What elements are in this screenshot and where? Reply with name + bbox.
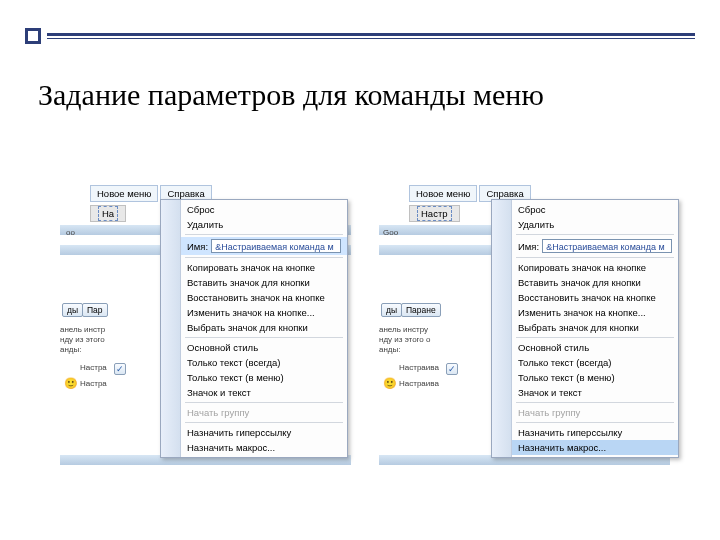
dotted-item-right[interactable]: Настр — [409, 205, 460, 222]
cm-copy-icon[interactable]: Копировать значок на кнопке — [512, 260, 678, 275]
cm-style-text-menu[interactable]: Только текст (в меню) — [181, 370, 347, 385]
cm-paste-icon[interactable]: Вставить значок для кнопки — [181, 275, 347, 290]
side-text: Настраива — [399, 364, 439, 373]
cm-name-input[interactable]: &Настраиваемая команда м — [211, 239, 341, 253]
context-menu-right: Сброс Удалить Имя: &Настраиваемая команд… — [491, 199, 679, 458]
tab-commands[interactable]: ды — [62, 303, 83, 317]
cm-begin-group: Начать группу — [512, 405, 678, 420]
cm-hyperlink[interactable]: Назначить гиперссылку — [181, 425, 347, 440]
menu-new[interactable]: Новое меню — [90, 185, 158, 202]
cm-style-text-always[interactable]: Только текст (всегда) — [512, 355, 678, 370]
tab-params[interactable]: Паране — [401, 303, 441, 317]
side-text: анды: — [60, 346, 82, 355]
cm-name-label: Имя: — [187, 241, 208, 252]
cm-macro[interactable]: Назначить макрос... — [512, 440, 678, 455]
cm-choose-icon[interactable]: Выбрать значок для кнопки — [181, 320, 347, 335]
cm-edit-icon[interactable]: Изменить значок на кнопке... — [512, 305, 678, 320]
cm-begin-group: Начать группу — [181, 405, 347, 420]
cm-hyperlink[interactable]: Назначить гиперссылку — [512, 425, 678, 440]
separator — [516, 257, 674, 258]
separator — [516, 234, 674, 235]
separator — [516, 422, 674, 423]
cm-style-text-always[interactable]: Только текст (всегда) — [181, 355, 347, 370]
checkbox-icon[interactable]: ✓ — [446, 363, 458, 375]
accent-square-icon — [25, 28, 41, 44]
separator — [185, 337, 343, 338]
cm-style-text-menu[interactable]: Только текст (в меню) — [512, 370, 678, 385]
cm-paste-icon[interactable]: Вставить значок для кнопки — [512, 275, 678, 290]
side-text: нду из этого — [60, 336, 105, 345]
menu-gutter — [492, 200, 512, 457]
checkbox-icon[interactable]: ✓ — [114, 363, 126, 375]
cm-style-icon-text[interactable]: Значок и текст — [181, 385, 347, 400]
slide-title: Задание параметров для команды меню — [38, 78, 682, 112]
cm-reset[interactable]: Сброс — [512, 202, 678, 217]
context-menu-left: Сброс Удалить Имя: &Настраиваемая команд… — [160, 199, 348, 458]
cm-reset-icon[interactable]: Восстановить значок на кнопке — [512, 290, 678, 305]
separator — [185, 257, 343, 258]
screenshot-left: Новое меню Справка На oo ды Пар анель ин… — [60, 185, 351, 475]
side-text: анель инстр — [60, 326, 105, 335]
side-text: Настраива — [399, 380, 439, 389]
side-text: анель инстру — [379, 326, 428, 335]
cm-reset[interactable]: Сброс — [181, 202, 347, 217]
screenshot-right: Новое меню Справка Настр Goo ды Паране а… — [379, 185, 670, 475]
tab-commands[interactable]: ды — [381, 303, 402, 317]
menu-new[interactable]: Новое меню — [409, 185, 477, 202]
zoom-hint: Goo — [383, 229, 398, 238]
cm-style-default[interactable]: Основной стиль — [181, 340, 347, 355]
separator — [516, 402, 674, 403]
separator — [185, 402, 343, 403]
cm-choose-icon[interactable]: Выбрать значок для кнопки — [512, 320, 678, 335]
cm-name-row[interactable]: Имя: &Настраиваемая команда м — [512, 237, 678, 255]
cm-macro[interactable]: Назначить макрос... — [181, 440, 347, 455]
cm-name-label: Имя: — [518, 241, 539, 252]
zoom-hint: oo — [66, 229, 75, 238]
cm-delete[interactable]: Удалить — [512, 217, 678, 232]
menu-gutter — [161, 200, 181, 457]
accent-line — [47, 33, 695, 39]
cm-name-row[interactable]: Имя: &Настраиваемая команда м — [181, 237, 347, 255]
separator — [185, 422, 343, 423]
cm-name-input[interactable]: &Настраиваемая команда м — [542, 239, 672, 253]
cm-delete[interactable]: Удалить — [181, 217, 347, 232]
smiley-icon: 🙂 — [64, 377, 78, 390]
side-text: нду из этого о — [379, 336, 430, 345]
dotted-item-left[interactable]: На — [90, 205, 126, 222]
cm-edit-icon[interactable]: Изменить значок на кнопке... — [181, 305, 347, 320]
side-text: анды: — [379, 346, 401, 355]
cm-reset-icon[interactable]: Восстановить значок на кнопке — [181, 290, 347, 305]
cm-style-default[interactable]: Основной стиль — [512, 340, 678, 355]
separator — [516, 337, 674, 338]
cm-copy-icon[interactable]: Копировать значок на кнопке — [181, 260, 347, 275]
side-text: Настра — [80, 364, 107, 373]
cm-style-icon-text[interactable]: Значок и текст — [512, 385, 678, 400]
tab-params[interactable]: Пар — [82, 303, 108, 317]
separator — [185, 234, 343, 235]
side-text: Настра — [80, 380, 107, 389]
slide-accent — [25, 25, 695, 47]
smiley-icon: 🙂 — [383, 377, 397, 390]
